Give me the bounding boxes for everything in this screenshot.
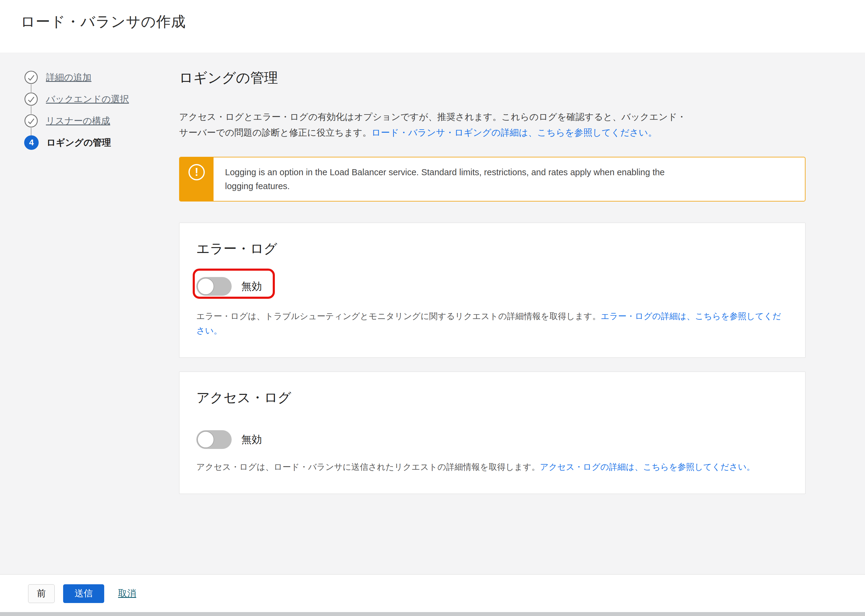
wizard-footer: 前 送信 取消 bbox=[0, 574, 865, 612]
wizard-step-configure-listener[interactable]: リスナーの構成 bbox=[24, 114, 166, 128]
cancel-link[interactable]: 取消 bbox=[118, 587, 136, 600]
error-log-toggle[interactable] bbox=[196, 277, 232, 296]
error-log-toggle-row: 無効 bbox=[196, 277, 262, 296]
wizard-step-add-details[interactable]: 詳細の追加 bbox=[24, 71, 166, 84]
error-log-toggle-state: 無効 bbox=[241, 280, 262, 293]
wizard-body: 詳細の追加 バックエンドの選択 リスナーの構成 4 bbox=[0, 53, 865, 574]
access-log-description: アクセス・ログは、ロード・バランサに送信されたリクエストの詳細情報を取得します。… bbox=[196, 460, 788, 474]
main-content: ロギングの管理 アクセス・ログとエラー・ログの有効化はオプションですが、推奨され… bbox=[179, 53, 805, 494]
create-load-balancer-page: ロード・バランサの作成 詳細の追加 バックエンドの選択 bbox=[0, 0, 865, 616]
step-connector bbox=[31, 84, 31, 92]
error-log-description: エラー・ログは、トラブルシューティングとモニタリングに関するリクエストの詳細情報… bbox=[196, 309, 788, 338]
access-log-desc-text: アクセス・ログは、ロード・バランサに送信されたリクエストの詳細情報を取得します。 bbox=[196, 462, 540, 471]
previous-button[interactable]: 前 bbox=[28, 584, 55, 603]
wizard-step-label[interactable]: リスナーの構成 bbox=[46, 115, 110, 127]
check-icon bbox=[24, 92, 38, 106]
wizard-step-nav: 詳細の追加 バックエンドの選択 リスナーの構成 4 bbox=[24, 71, 166, 149]
logging-docs-link[interactable]: ロード・バランサ・ロギングの詳細は、こちらを参照してください。 bbox=[372, 127, 657, 137]
intro-line2: サーバーでの問題の診断と修正に役立ちます。 bbox=[179, 127, 372, 137]
warning-banner: ! Logging is an option in the Load Balan… bbox=[179, 157, 805, 201]
wizard-step-manage-logging: 4 ロギングの管理 bbox=[24, 136, 166, 149]
check-icon bbox=[24, 114, 38, 128]
check-icon bbox=[24, 71, 38, 84]
section-heading: ロギングの管理 bbox=[179, 69, 805, 87]
step-connector bbox=[31, 128, 31, 136]
intro-line1: アクセス・ログとエラー・ログの有効化はオプションですが、推奨されます。これらのロ… bbox=[179, 112, 686, 122]
error-log-desc-text: エラー・ログは、トラブルシューティングとモニタリングに関するリクエストの詳細情報… bbox=[196, 311, 601, 321]
current-step-number-badge: 4 bbox=[24, 135, 39, 150]
access-log-card-title: アクセス・ログ bbox=[196, 389, 788, 407]
wizard-step-label: ロギングの管理 bbox=[47, 137, 111, 149]
submit-button[interactable]: 送信 bbox=[63, 584, 104, 603]
warning-banner-accent: ! bbox=[180, 157, 214, 201]
page-title: ロード・バランサの作成 bbox=[20, 12, 186, 31]
warning-banner-text: Logging is an option in the Load Balance… bbox=[214, 157, 703, 201]
intro-paragraph: アクセス・ログとエラー・ログの有効化はオプションですが、推奨されます。これらのロ… bbox=[179, 109, 805, 140]
access-log-docs-link[interactable]: アクセス・ログの詳細は、こちらを参照してください。 bbox=[540, 462, 755, 471]
error-log-card: エラー・ログ 無効 エラー・ログは、トラブルシューティングとモニタリングに関する… bbox=[179, 223, 805, 358]
error-log-card-title: エラー・ログ bbox=[196, 240, 788, 258]
toggle-knob bbox=[197, 278, 214, 295]
exclamation-icon: ! bbox=[188, 164, 205, 180]
access-log-card: アクセス・ログ 無効 アクセス・ログは、ロード・バランサに送信されたリクエストの… bbox=[179, 372, 805, 494]
page-header: ロード・バランサの作成 bbox=[0, 0, 865, 53]
wizard-step-label[interactable]: バックエンドの選択 bbox=[46, 93, 129, 105]
wizard-step-label[interactable]: 詳細の追加 bbox=[46, 71, 91, 84]
window-bottom-edge bbox=[0, 612, 865, 616]
access-log-toggle-state: 無効 bbox=[241, 433, 262, 446]
access-log-toggle[interactable] bbox=[196, 430, 232, 449]
wizard-step-choose-backends[interactable]: バックエンドの選択 bbox=[24, 92, 166, 106]
step-connector bbox=[31, 106, 31, 114]
access-log-toggle-row: 無効 bbox=[196, 430, 262, 449]
toggle-knob bbox=[197, 431, 214, 448]
